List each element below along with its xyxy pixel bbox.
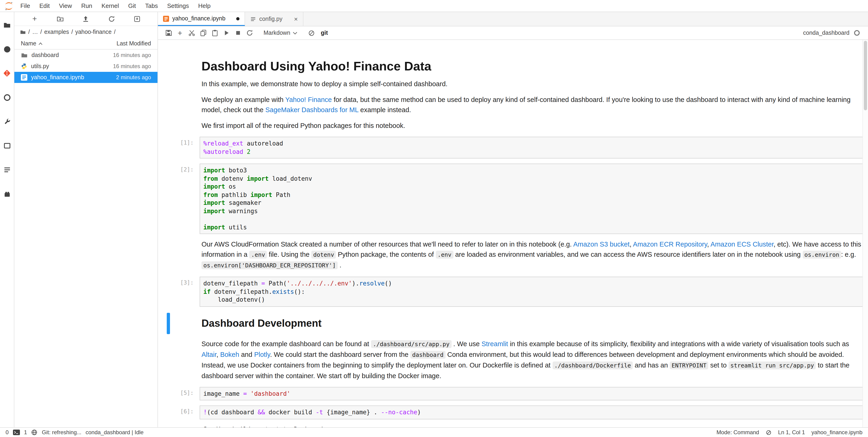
property-inspector-icon[interactable] (0, 109, 14, 134)
circle-slash-icon[interactable] (306, 27, 317, 39)
scrollbar-thumb[interactable] (864, 41, 867, 110)
unsaved-changes-dot[interactable] (236, 17, 239, 20)
code-cell[interactable]: [1]:%reload_ext autoreload%autoreload 2 (158, 137, 868, 158)
markdown-cell[interactable]: Source code for the example dashboard ca… (158, 339, 868, 386)
git-status-text[interactable]: Git: refreshing... (42, 429, 82, 436)
markdown-link[interactable]: Yahoo! Finance (285, 96, 332, 103)
breadcrumb-segment-examples[interactable]: examples (44, 29, 69, 35)
interrupt-kernel-button[interactable] (232, 27, 244, 39)
menu-help[interactable]: Help (194, 0, 215, 12)
breadcrumb-ellipsis[interactable]: … (32, 29, 38, 35)
menu-run[interactable]: Run (76, 0, 97, 12)
cut-cells-button[interactable] (186, 27, 197, 39)
globe-icon[interactable] (31, 429, 38, 436)
markdown-cell[interactable]: Dashboard Development (158, 312, 868, 335)
code-cell[interactable]: [2]:import boto3from dotenv import load_… (158, 164, 868, 234)
markdown-link[interactable]: Plotly (254, 351, 270, 358)
menu-git[interactable]: Git (124, 0, 141, 12)
code-cell[interactable]: [3]:dotenv_filepath = Path('../../../../… (158, 276, 868, 307)
paste-cells-button[interactable] (209, 27, 220, 39)
menu-kernel[interactable]: Kernel (97, 0, 123, 12)
rendered-markdown[interactable]: Dashboard Development (199, 313, 863, 333)
markdown-link[interactable]: SageMaker Dashboards for ML (266, 106, 359, 114)
markdown-link[interactable]: Amazon S3 bucket (573, 240, 629, 248)
column-name-label[interactable]: Name (21, 40, 36, 47)
execution-count-prompt: [3]: (158, 276, 199, 307)
git-clone-button[interactable] (132, 13, 143, 24)
file-row-dashboard[interactable]: dashboard 16 minutes ago (14, 50, 157, 61)
git-icon[interactable] (0, 61, 14, 85)
menu-edit[interactable]: Edit (35, 0, 55, 12)
output-cell[interactable]: Sending build context to Docker daemon (158, 424, 868, 427)
code-cell[interactable]: [6]:!(cd dashboard && docker build -t {i… (158, 406, 868, 419)
kernel-name[interactable]: conda_dashboard (803, 30, 849, 36)
tab-config-py[interactable]: config.py × (245, 12, 303, 26)
commands-icon[interactable] (0, 85, 14, 109)
code-editor[interactable]: import boto3from dotenv import load_dote… (199, 164, 863, 234)
text-segment: import (203, 207, 225, 214)
code-editor[interactable]: %reload_ext autoreload%autoreload 2 (199, 137, 863, 158)
restart-kernel-button[interactable] (244, 27, 255, 39)
text-segment: --no-cache (381, 409, 417, 416)
file-modified: 2 minutes ago (96, 74, 151, 81)
code-editor[interactable]: !(cd dashboard && docker build -t {image… (199, 406, 863, 419)
execution-count-prompt (158, 339, 199, 386)
refresh-button[interactable] (106, 13, 117, 24)
markdown-link[interactable]: Bokeh (220, 351, 239, 358)
git-toolbar-button[interactable]: git (317, 30, 332, 36)
copy-cells-button[interactable] (197, 27, 209, 39)
file-row-yahoo-finance-ipynb[interactable]: yahoo_finance.ipynb 2 minutes ago (14, 72, 157, 83)
code-editor[interactable]: dotenv_filepath = Path('../../../../.env… (199, 276, 863, 307)
command-mode-indicator[interactable]: Mode: Command (717, 429, 759, 436)
new-folder-button[interactable] (55, 13, 66, 24)
execution-count-prompt: [1]: (158, 137, 199, 158)
menu-view[interactable]: View (55, 0, 76, 12)
running-sessions-icon[interactable] (0, 37, 14, 61)
extensions-icon[interactable] (0, 182, 14, 206)
terminals-count[interactable]: 0 (5, 429, 8, 436)
launcher-card-icon[interactable] (0, 134, 14, 157)
file-browser-icon[interactable] (0, 13, 14, 37)
tab-yahoo-finance-ipynb[interactable]: yahoo_finance.ipynb (158, 12, 245, 26)
scrollbar-track[interactable] (863, 40, 868, 427)
markdown-p: In this example, we demonstrate how to d… (202, 79, 863, 89)
menu-tabs[interactable]: Tabs (141, 0, 162, 12)
table-of-contents-icon[interactable] (0, 157, 14, 182)
rendered-markdown[interactable]: Dashboard Using Yahoo! Finance DataIn th… (199, 52, 863, 136)
kernels-count[interactable]: 1 (24, 429, 27, 436)
markdown-cell[interactable]: Our AWS CloudFormation Stack created a n… (158, 239, 868, 276)
sort-ascending-icon[interactable] (39, 42, 43, 45)
markdown-cell[interactable]: Dashboard Using Yahoo! Finance DataIn th… (158, 52, 868, 136)
rendered-markdown[interactable]: Our AWS CloudFormation Stack created a n… (199, 239, 863, 276)
kernel-status-icon[interactable] (854, 30, 860, 36)
markdown-link[interactable]: Altair (202, 351, 217, 358)
execution-count-prompt (158, 313, 199, 333)
close-tab-icon[interactable]: × (294, 16, 298, 22)
upload-button[interactable] (80, 13, 91, 24)
new-launcher-button[interactable]: + (29, 13, 40, 24)
rendered-markdown[interactable]: Source code for the example dashboard ca… (199, 339, 863, 386)
breadcrumb-separator: / (114, 29, 116, 35)
menu-file[interactable]: File (16, 0, 35, 12)
notebook-scroll-area[interactable]: Dashboard Using Yahoo! Finance DataIn th… (158, 40, 868, 427)
file-row-utils-py[interactable]: utils.py 16 minutes ago (14, 61, 157, 72)
home-folder-icon[interactable] (20, 29, 26, 35)
code-cell[interactable]: [5]:image_name = 'dashboard' (158, 387, 868, 400)
run-cell-button[interactable] (220, 27, 232, 39)
text-segment: Our AWS CloudFormation Stack created a n… (202, 240, 573, 248)
cell-type-dropdown[interactable]: Markdown (261, 29, 300, 37)
breadcrumb-segment-yahoo-finance[interactable]: yahoo-finance (75, 29, 112, 35)
markdown-link[interactable]: Amazon ECR Repository (633, 240, 707, 248)
text-segment: import (251, 191, 272, 198)
save-button[interactable] (162, 27, 174, 39)
markdown-link[interactable]: Streamlit (482, 340, 508, 347)
text-segment: if (203, 288, 211, 295)
kernel-status-text[interactable]: conda_dashboard | Idle (86, 429, 144, 436)
cursor-position[interactable]: Ln 1, Col 1 (778, 429, 805, 436)
markdown-link[interactable]: Amazon ECS Cluster (711, 240, 774, 248)
menu-settings[interactable]: Settings (162, 0, 194, 12)
column-modified-label[interactable]: Last Modified (96, 40, 151, 47)
add-cell-button[interactable]: + (174, 27, 186, 39)
selected-cell-collapser[interactable] (167, 313, 170, 334)
code-editor[interactable]: image_name = 'dashboard' (199, 387, 863, 400)
